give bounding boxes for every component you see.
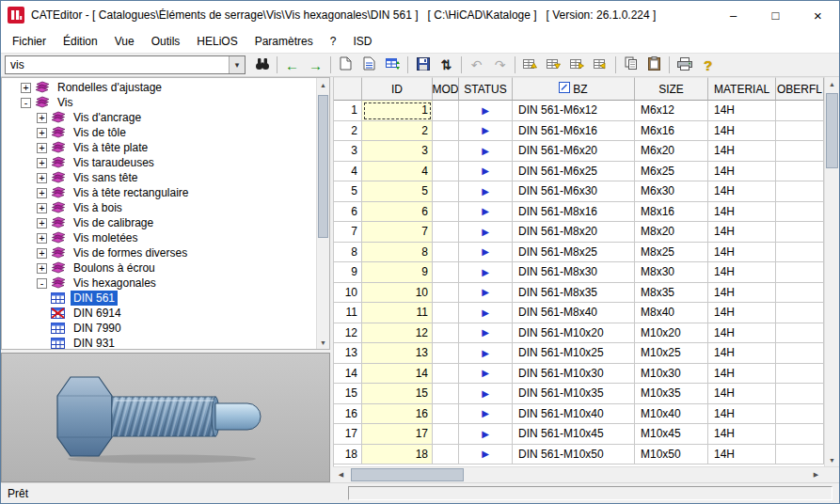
cell-rownum[interactable]: 7 bbox=[334, 222, 362, 243]
cell-size[interactable]: M8x25 bbox=[635, 243, 708, 263]
cell-bz[interactable]: DIN 561-M6x12 bbox=[513, 101, 635, 121]
tree-item-label[interactable]: Vis de tôle bbox=[71, 125, 129, 140]
cell-size[interactable]: M8x20 bbox=[635, 222, 708, 243]
tree-item-label[interactable]: DIN 561 bbox=[71, 291, 118, 306]
table-row[interactable]: 13 13 ▶ DIN 561-M10x25 M10x25 14H bbox=[334, 343, 824, 364]
tree-item-label[interactable]: Vis sans tête bbox=[71, 170, 140, 185]
cell-size[interactable]: M10x35 bbox=[635, 384, 708, 404]
tree-item[interactable]: DIN 931 bbox=[2, 336, 316, 349]
cell-mod[interactable] bbox=[433, 243, 459, 263]
table-row[interactable]: 11 11 ▶ DIN 561-M8x40 M8x40 14H bbox=[334, 303, 824, 323]
cell-status[interactable]: ▶ bbox=[459, 121, 513, 142]
cell-oberfl[interactable] bbox=[776, 243, 824, 263]
cell-mod[interactable] bbox=[433, 262, 459, 283]
menu-item[interactable]: Paramètres bbox=[246, 31, 322, 52]
cell-id[interactable]: 9 bbox=[362, 262, 433, 283]
cell-id[interactable]: 16 bbox=[362, 404, 433, 425]
table-row[interactable]: 5 5 ▶ DIN 561-M6x30 M6x30 14H bbox=[334, 181, 824, 202]
cell-material[interactable]: 14H bbox=[708, 181, 776, 202]
cell-size[interactable]: M8x16 bbox=[635, 202, 708, 223]
cell-material[interactable]: 14H bbox=[708, 283, 776, 304]
cell-rownum[interactable]: 2 bbox=[334, 121, 362, 142]
cell-status[interactable]: ▶ bbox=[459, 364, 513, 385]
cell-id[interactable]: 3 bbox=[362, 141, 433, 162]
cell-id[interactable]: 7 bbox=[362, 222, 433, 243]
cell-status[interactable]: ▶ bbox=[459, 323, 513, 344]
cell-status[interactable]: ▶ bbox=[459, 283, 513, 304]
cell-rownum[interactable]: 18 bbox=[334, 445, 362, 465]
insert-row-button[interactable] bbox=[518, 55, 542, 75]
cell-rownum[interactable]: 12 bbox=[334, 323, 362, 344]
tree-expander-icon[interactable]: - bbox=[21, 98, 31, 108]
cell-bz[interactable]: DIN 561-M6x16 bbox=[513, 121, 635, 142]
cell-material[interactable]: 14H bbox=[708, 141, 776, 162]
cell-bz[interactable]: DIN 561-M10x45 bbox=[513, 424, 635, 445]
tree-item[interactable]: - Vis bbox=[2, 95, 316, 110]
cell-id[interactable]: 18 bbox=[362, 445, 433, 465]
move-row-button[interactable] bbox=[589, 55, 612, 75]
tree-expander-icon[interactable]: + bbox=[37, 218, 47, 228]
minimize-button[interactable]: – bbox=[712, 1, 754, 29]
scroll-left-icon[interactable]: ◀ bbox=[333, 467, 349, 482]
table-row[interactable]: 4 4 ▶ DIN 561-M6x25 M6x25 14H bbox=[334, 162, 824, 182]
cell-mod[interactable] bbox=[433, 162, 459, 182]
back-button[interactable]: ← bbox=[280, 55, 304, 75]
cell-status[interactable]: ▶ bbox=[459, 343, 513, 364]
cell-bz[interactable]: DIN 561-M10x25 bbox=[513, 343, 635, 364]
tree-item[interactable]: + Boulons à écrou bbox=[2, 260, 316, 276]
cell-rownum[interactable]: 9 bbox=[334, 262, 362, 283]
cell-size[interactable]: M6x25 bbox=[635, 162, 708, 182]
new-table-button[interactable] bbox=[334, 55, 357, 75]
table-row[interactable]: 2 2 ▶ DIN 561-M6x16 M6x16 14H bbox=[334, 121, 824, 142]
cell-material[interactable]: 14H bbox=[708, 101, 776, 121]
tree-item[interactable]: - Vis hexagonales bbox=[2, 276, 316, 291]
cell-bz[interactable]: DIN 561-M8x25 bbox=[513, 243, 635, 263]
cell-material[interactable]: 14H bbox=[708, 384, 776, 404]
paste-button[interactable] bbox=[642, 55, 666, 75]
cell-mod[interactable] bbox=[433, 384, 459, 404]
tree-expander-icon[interactable]: + bbox=[37, 143, 47, 153]
cell-size[interactable]: M10x25 bbox=[635, 343, 708, 364]
tree-item[interactable]: + Vis sans tête bbox=[2, 170, 316, 185]
table-row[interactable]: 16 16 ▶ DIN 561-M10x40 M10x40 14H bbox=[334, 404, 824, 425]
tree-expander-icon[interactable]: + bbox=[37, 203, 47, 213]
cell-bz[interactable]: DIN 561-M10x20 bbox=[513, 323, 635, 344]
table-row[interactable]: 1 1 ▶ DIN 561-M6x12 M6x12 14H bbox=[334, 101, 824, 121]
tree-item-label[interactable]: Vis d'ancrage bbox=[71, 110, 144, 125]
cell-id[interactable]: 15 bbox=[362, 384, 433, 404]
cell-oberfl[interactable] bbox=[776, 404, 824, 425]
menu-item[interactable]: Outils bbox=[143, 31, 189, 52]
tree-expander-icon[interactable]: + bbox=[37, 263, 47, 274]
cell-bz[interactable]: DIN 561-M8x20 bbox=[513, 222, 635, 243]
tree-expander-icon[interactable]: + bbox=[37, 158, 47, 168]
cell-mod[interactable] bbox=[433, 445, 459, 465]
col-size[interactable]: SIZE bbox=[635, 77, 708, 101]
cell-rownum[interactable]: 5 bbox=[334, 181, 362, 202]
edit-table-button[interactable] bbox=[357, 55, 381, 75]
append-row-button[interactable] bbox=[542, 55, 565, 75]
cell-bz[interactable]: DIN 561-M6x25 bbox=[513, 162, 635, 182]
cell-material[interactable]: 14H bbox=[708, 243, 776, 263]
cell-oberfl[interactable] bbox=[776, 424, 824, 445]
scroll-right-icon[interactable]: ▶ bbox=[808, 467, 824, 482]
copy-row-button[interactable] bbox=[565, 55, 589, 75]
cell-size[interactable]: M10x45 bbox=[635, 424, 708, 445]
tree-item-label[interactable]: Rondelles d'ajustage bbox=[55, 80, 165, 95]
cell-bz[interactable]: DIN 561-M8x16 bbox=[513, 202, 635, 223]
tree-item[interactable]: + Vis taraudeuses bbox=[2, 155, 316, 170]
cell-status[interactable]: ▶ bbox=[459, 384, 513, 404]
cell-oberfl[interactable] bbox=[776, 181, 824, 202]
tree-item[interactable]: + Rondelles d'ajustage bbox=[2, 80, 316, 95]
tree-item[interactable]: + Vis à bois bbox=[2, 200, 316, 215]
tree-item-label[interactable]: Vis hexagonales bbox=[71, 276, 159, 291]
tree-scrollbar[interactable]: ▲ ▼ bbox=[316, 78, 329, 349]
cell-mod[interactable] bbox=[433, 323, 459, 344]
combo-dropdown-button[interactable]: ▾ bbox=[229, 56, 245, 73]
cell-bz[interactable]: DIN 561-M8x35 bbox=[513, 283, 635, 304]
tree-item-label[interactable]: Boulons à écrou bbox=[71, 260, 158, 276]
cell-bz[interactable]: DIN 561-M10x30 bbox=[513, 364, 635, 385]
scroll-down-icon[interactable]: ▼ bbox=[825, 453, 839, 466]
cell-rownum[interactable]: 3 bbox=[334, 141, 362, 162]
hscroll-track[interactable] bbox=[349, 467, 808, 482]
cell-oberfl[interactable] bbox=[776, 384, 824, 404]
